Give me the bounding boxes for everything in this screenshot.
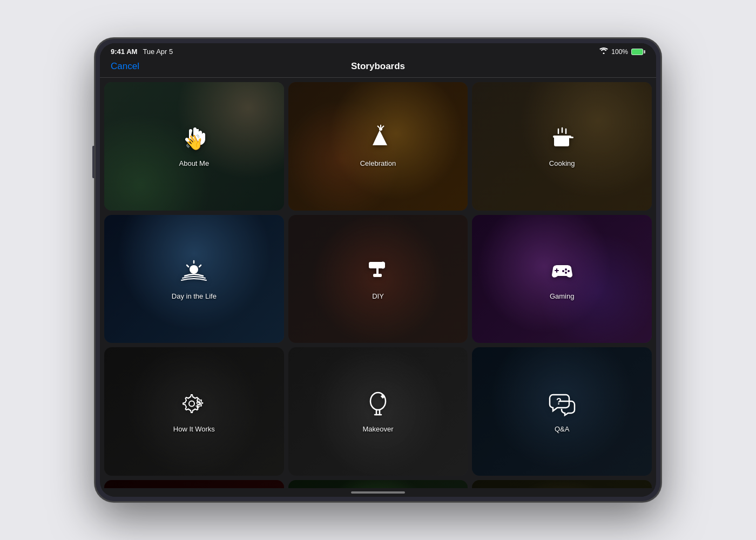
wifi-icon (599, 48, 608, 56)
svg-rect-21 (555, 270, 559, 271)
battery-icon (631, 49, 645, 55)
svg-text:👋: 👋 (185, 133, 204, 151)
svg-point-26 (189, 401, 194, 406)
item-label-makeover: Makeover (362, 425, 393, 433)
battery-percent: 100% (611, 48, 628, 56)
item-label-diy: DIY (372, 292, 384, 300)
ipad-device: 9:41 AM Tue Apr 5 100% Cancel Storyboard… (94, 38, 662, 502)
storyboards-grid: 👋 About Me (104, 82, 652, 488)
scroll-pill (351, 491, 405, 494)
gamepad-icon (549, 258, 576, 288)
svg-point-23 (568, 270, 570, 272)
storyboard-item-diy[interactable]: DIY (288, 215, 468, 343)
storyboard-item-thank-you[interactable]: Thank You (288, 480, 468, 488)
sunrise-icon (180, 258, 207, 288)
status-icons: 100% (599, 48, 645, 56)
svg-rect-8 (569, 137, 573, 138)
status-date: Tue Apr 5 (143, 48, 173, 56)
page-title: Storyboards (351, 61, 405, 72)
svg-line-3 (377, 126, 380, 128)
party-icon (364, 125, 392, 155)
svg-marker-1 (373, 130, 387, 145)
storyboard-item-film[interactable]: Film (104, 480, 284, 488)
storyboard-item-how-works[interactable]: How It Works (104, 347, 284, 476)
chat-question-icon: ? (549, 390, 576, 421)
nav-bar: Cancel Storyboards (100, 58, 656, 78)
cancel-button[interactable]: Cancel (111, 61, 139, 72)
svg-point-24 (562, 270, 564, 272)
mirror-icon (364, 390, 392, 421)
svg-point-25 (565, 272, 567, 274)
svg-line-15 (187, 265, 188, 267)
item-label-about-me: About Me (179, 159, 210, 167)
svg-point-12 (190, 265, 198, 274)
item-label-qa: Q&A (555, 425, 569, 433)
svg-line-4 (382, 126, 384, 128)
storyboard-item-about-me[interactable]: 👋 About Me (104, 82, 284, 211)
storyboard-item-day-life[interactable]: Day in the Life (104, 215, 284, 343)
status-bar: 9:41 AM Tue Apr 5 100% (100, 43, 656, 58)
svg-rect-18 (373, 274, 382, 277)
storyboard-item-celebration[interactable]: Celebration (288, 82, 468, 211)
svg-rect-16 (369, 262, 385, 268)
svg-rect-17 (376, 268, 379, 274)
svg-line-14 (199, 265, 201, 267)
storyboard-item-qa[interactable]: ? Q&A (472, 347, 652, 476)
svg-point-22 (565, 268, 567, 271)
scroll-indicator (100, 488, 656, 497)
gears-icon (180, 390, 207, 421)
item-label-how-works: How It Works (173, 425, 215, 433)
storyboards-grid-container: 👋 About Me (100, 78, 656, 488)
wave-icon: 👋 (180, 125, 207, 155)
item-label-day-life: Day in the Life (172, 292, 217, 300)
storyboard-item-cooking[interactable]: Cooking (472, 82, 652, 211)
storyboard-item-gaming[interactable]: Gaming (472, 215, 652, 343)
screen: 9:41 AM Tue Apr 5 100% Cancel Storyboard… (100, 43, 656, 497)
status-time: 9:41 AM (111, 48, 137, 56)
svg-rect-7 (553, 136, 571, 138)
storyboard-item-makeover[interactable]: Makeover (288, 347, 468, 476)
storyboard-item-top5[interactable]: Top 5 (472, 480, 652, 488)
item-label-gaming: Gaming (550, 292, 575, 300)
roller-icon (364, 258, 392, 288)
item-label-celebration: Celebration (360, 159, 396, 167)
item-label-cooking: Cooking (549, 159, 575, 167)
pot-icon (549, 125, 576, 155)
